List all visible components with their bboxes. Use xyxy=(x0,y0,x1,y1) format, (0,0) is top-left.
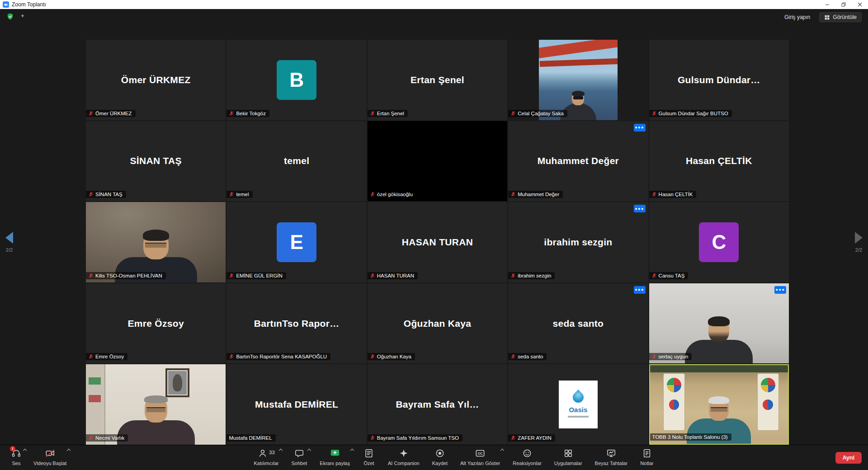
captions-icon: CC xyxy=(475,448,485,460)
participant-tile[interactable]: Muhammet DeğerMuhammet Değer●●● xyxy=(508,121,648,202)
participant-tile[interactable]: EEMİNE GÜL ERGİN xyxy=(226,202,366,282)
mic-muted-icon xyxy=(370,354,375,359)
participant-tile[interactable]: Oğuzhan KayaOğuzhan Kaya xyxy=(368,283,507,364)
participant-grid: Ömer ÜRKMEZÖmer ÜRKMEZBBekir TokgözErtan… xyxy=(86,40,789,445)
chevron-right-icon[interactable] xyxy=(855,232,863,244)
toolbar-button-label: Videoyu Başlat xyxy=(33,461,66,466)
next-page-button[interactable]: 2/2 xyxy=(855,232,863,253)
chevron-up-icon[interactable] xyxy=(23,449,27,452)
participant-tile[interactable]: HASAN TURANHASAN TURAN xyxy=(368,202,507,282)
page-indicator: 2/2 xyxy=(6,247,13,253)
view-button[interactable]: Görüntüle xyxy=(819,12,862,22)
toolbar-record-button[interactable]: Kaydet xyxy=(427,445,453,470)
participant-tile[interactable]: özel gökisaoğlu xyxy=(368,121,507,202)
toolbar-whiteboards-button[interactable]: Beyaz Tahtalar xyxy=(590,445,633,470)
participant-tile[interactable]: CCansu TAŞ xyxy=(649,202,789,282)
chevron-up-icon[interactable] xyxy=(307,449,311,452)
toolbar-notes-button[interactable]: Notlar xyxy=(635,445,659,470)
toolbar-participants-button[interactable]: 33Katılımcılar xyxy=(248,445,284,470)
mic-muted-icon xyxy=(510,435,516,441)
mic-muted-icon xyxy=(510,354,516,359)
toolbar-captions-button[interactable]: CCAlt Yazıları Göster xyxy=(455,445,505,470)
whiteboard-icon xyxy=(606,448,616,460)
mic-muted-icon xyxy=(370,192,375,197)
participant-tile[interactable]: Kilis TSO-Osman PEHLİVAN xyxy=(86,202,226,282)
toolbar-chat-button[interactable]: Sohbet xyxy=(286,445,312,470)
participant-tile[interactable]: Necmi Varlık xyxy=(86,364,226,445)
participant-tile[interactable]: seda santoseda santo●●● xyxy=(508,283,648,364)
participant-tile[interactable]: Mustafa DEMİRELMustafa DEMİREL xyxy=(226,364,366,445)
toolbar-button-label: Beyaz Tahtalar xyxy=(595,461,628,466)
participant-tile[interactable]: Emre ÖzsoyEmre Özsoy xyxy=(86,283,226,364)
participant-label: Necmi Varlık xyxy=(86,434,128,442)
participant-label: Muhammet Değer xyxy=(508,191,563,198)
water-drop-icon xyxy=(571,390,586,405)
toolbar-center-group: 33KatılımcılarSohbetEkranı paylaşÖzetAI … xyxy=(72,445,835,470)
toolbar-video-button[interactable]: Videoyu Başlat xyxy=(28,445,72,470)
participant-tile[interactable]: BartınTso Rapor…BartınTso Raportör Sena … xyxy=(226,283,366,364)
toolbar-apps-button[interactable]: Uygulamalar xyxy=(549,445,588,470)
participant-label-text: özel gökisaoğlu xyxy=(377,192,413,197)
toolbar-share-button[interactable]: Ekranı paylaş xyxy=(314,445,355,470)
chevron-up-icon[interactable] xyxy=(500,449,504,452)
participant-tile[interactable]: Ertan ŞenelErtan Şenel xyxy=(368,40,507,120)
mic-muted-icon xyxy=(651,192,657,197)
more-options-button[interactable]: ●●● xyxy=(634,286,646,294)
chevron-up-icon[interactable] xyxy=(279,449,283,452)
participant-label-text: Kilis TSO-Osman PEHLİVAN xyxy=(95,273,162,278)
person-silhouette xyxy=(685,317,753,363)
participant-tile[interactable]: Bayram Safa Yıl…Bayram Safa Yıldırım Sam… xyxy=(368,364,507,445)
chevron-left-icon[interactable] xyxy=(5,232,13,244)
participant-tile[interactable]: Gulsum Dündar…Gulsum Dündar Sağır BUTSO xyxy=(649,40,789,120)
scene-prop xyxy=(539,40,617,60)
participant-tile[interactable]: temeltemel xyxy=(226,121,366,202)
minimize-button[interactable] xyxy=(819,0,835,9)
participant-label-text: BartınTso Raportör Sena KASAPOĞLU xyxy=(236,354,327,359)
participant-avatar: B xyxy=(277,60,316,100)
participant-tile[interactable]: Hasan ÇELTİKHasan ÇELTİK xyxy=(649,121,789,202)
toolbar-button-label: Alt Yazıları Göster xyxy=(460,461,500,466)
participant-tile[interactable]: ibrahim sezginibrahim sezgin●●● xyxy=(508,202,648,282)
participant-label-text: HASAN TURAN xyxy=(377,273,414,278)
more-options-button[interactable]: ●●● xyxy=(634,205,646,212)
participant-label: SİNAN TAŞ xyxy=(86,191,126,198)
chevron-up-icon[interactable] xyxy=(350,449,354,452)
participant-name: Ertan Şenel xyxy=(368,40,507,120)
scene-prop xyxy=(165,368,189,397)
alert-badge: ! xyxy=(10,446,15,451)
participant-tile[interactable]: TOBB 3 Nolu Toplantı Salonu (3) xyxy=(649,364,789,445)
participant-label: özel gökisaoğlu xyxy=(368,191,416,198)
encryption-shield-icon[interactable] xyxy=(6,13,14,22)
participant-tile[interactable]: BBekir Tokgöz xyxy=(226,40,366,120)
signin-button[interactable]: Giriş yapın xyxy=(784,14,810,20)
more-options-button[interactable]: ●●● xyxy=(774,286,786,294)
toolbar-reactions-button[interactable]: Reaksiyonlar xyxy=(507,445,547,470)
chevron-up-icon[interactable] xyxy=(67,449,71,452)
toolbar-ai-button[interactable]: AI Companion xyxy=(382,445,425,470)
participant-name: Ömer ÜRKMEZ xyxy=(86,40,226,120)
prev-page-button[interactable]: 2/2 xyxy=(5,232,13,253)
close-button[interactable] xyxy=(852,0,868,9)
toolbar-button-label: Sohbet xyxy=(291,461,307,466)
mic-muted-icon xyxy=(88,273,94,278)
toolbar-summary-button[interactable]: Özet xyxy=(357,445,381,470)
logo-text: Oasis xyxy=(569,406,587,414)
mic-muted-icon xyxy=(88,354,94,359)
participant-label: HASAN TURAN xyxy=(368,272,418,279)
participant-tile[interactable]: Ömer ÜRKMEZÖmer ÜRKMEZ xyxy=(86,40,226,120)
participant-tile[interactable]: OasisZAFER AYDIN xyxy=(508,364,648,445)
participant-name: Mustafa DEMİREL xyxy=(226,364,366,445)
more-options-button[interactable]: ●●● xyxy=(634,124,646,132)
participant-tile[interactable]: Celal Çağatay Saka xyxy=(508,40,648,120)
leave-button[interactable]: Ayrıl xyxy=(835,452,862,464)
record-icon xyxy=(435,448,445,460)
restore-button[interactable] xyxy=(835,0,852,9)
participant-label: Emre Özsoy xyxy=(86,353,127,360)
view-button-label: Görüntüle xyxy=(833,14,857,20)
mic-muted-icon xyxy=(370,111,375,116)
toolbar-audio-button[interactable]: !Ses xyxy=(5,445,28,470)
mic-muted-icon xyxy=(88,111,94,116)
participant-label: Bayram Safa Yıldırım Samsun TSO xyxy=(368,434,462,442)
participant-tile[interactable]: SİNAN TAŞSİNAN TAŞ xyxy=(86,121,226,202)
participant-tile[interactable]: sertaç uygun●●● xyxy=(649,283,789,364)
